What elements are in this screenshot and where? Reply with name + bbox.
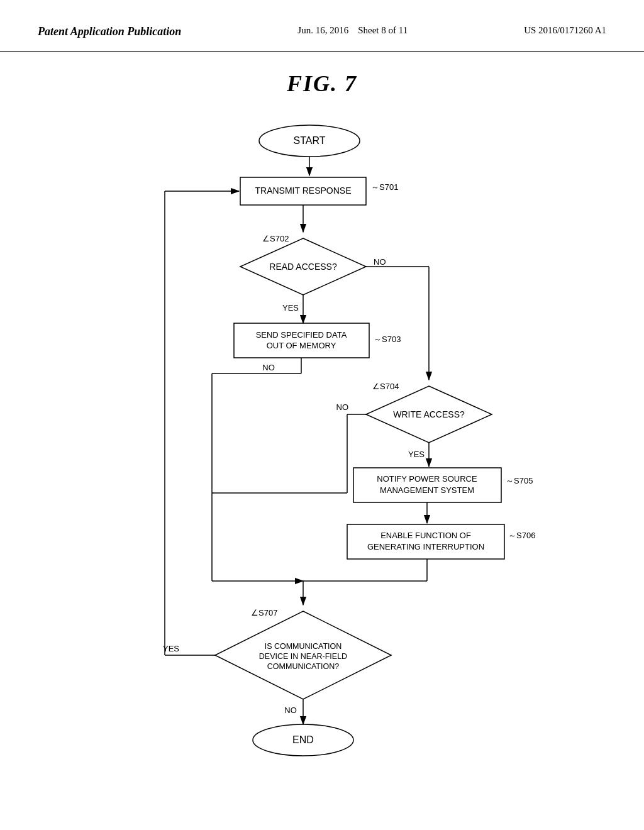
figure-title: FIG. 7: [287, 70, 357, 97]
s705-line1: NOTIFY POWER SOURCE: [377, 474, 477, 484]
flowchart-svg: START TRANSMIT RESPONSE ～S701 ∠S702 READ…: [102, 116, 542, 776]
s707-no: NO: [284, 706, 297, 715]
s706-line1: ENABLE FUNCTION OF: [380, 531, 471, 540]
start-label: START: [294, 135, 326, 146]
flowchart: START TRANSMIT RESPONSE ～S701 ∠S702 READ…: [102, 116, 542, 776]
s705-step: ～S705: [506, 476, 533, 485]
publication-date: Jun. 16, 2016 Sheet 8 of 11: [297, 25, 408, 36]
s702-no: NO: [374, 257, 386, 267]
s703-step: ～S703: [374, 335, 401, 344]
s707-step: ∠S707: [251, 608, 277, 617]
s707-line3: COMMUNICATION?: [267, 662, 339, 671]
publication-label: Patent Application Publication: [38, 25, 181, 38]
s702-step: ∠S702: [262, 234, 289, 243]
s707-line1: IS COMMUNICATION: [265, 642, 342, 651]
s701-label: TRANSMIT RESPONSE: [255, 185, 352, 196]
s704-no: NO: [336, 402, 349, 412]
patent-number: US 2016/0171260 A1: [524, 25, 606, 36]
s705-line2: MANAGEMENT SYSTEM: [380, 485, 474, 495]
s707-yes: YES: [163, 644, 179, 653]
s706-step: ～S706: [508, 531, 535, 540]
diagram-area: FIG. 7 START TRANSMIT RESPONSE ～S701 ∠S7…: [0, 52, 644, 776]
page-header: Patent Application Publication Jun. 16, …: [0, 0, 644, 52]
end-label: END: [292, 734, 314, 745]
s706-line2: GENERATING INTERRUPTION: [367, 542, 484, 551]
s701-step: ～S701: [371, 182, 398, 192]
s704-step: ∠S704: [372, 382, 399, 391]
s704-text: WRITE ACCESS?: [393, 409, 465, 419]
s702-yes: YES: [282, 303, 299, 313]
s703-no: NO: [262, 363, 275, 372]
s703-line2: OUT OF MEMORY: [267, 341, 336, 350]
s704-yes: YES: [408, 450, 425, 459]
s707-line2: DEVICE IN NEAR-FIELD: [259, 652, 347, 661]
s702-text: READ ACCESS?: [269, 262, 337, 272]
s703-line1: SEND SPECIFIED DATA: [256, 330, 347, 340]
